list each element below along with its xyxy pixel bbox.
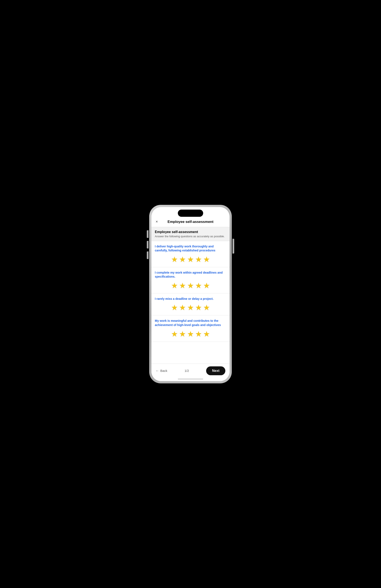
question-text-4: My work is meaningful and contributes to…: [155, 319, 226, 327]
question-text-1: I deliver high-quality work thoroughly a…: [155, 244, 226, 253]
stars-row-2[interactable]: ★ ★ ★ ★ ★: [155, 282, 226, 290]
stars-row-4[interactable]: ★ ★ ★ ★ ★: [155, 330, 226, 338]
star-4-1[interactable]: ★: [171, 330, 178, 338]
questions-scroll[interactable]: I deliver high-quality work thoroughly a…: [151, 241, 230, 364]
question-block-4: My work is meaningful and contributes to…: [151, 315, 230, 342]
section-header: Employee self-assessment Answer the foll…: [151, 227, 230, 241]
star-4-4[interactable]: ★: [195, 330, 202, 338]
star-2-2[interactable]: ★: [179, 282, 186, 290]
star-1-1[interactable]: ★: [171, 256, 178, 263]
star-1-4[interactable]: ★: [195, 256, 202, 263]
stars-row-1[interactable]: ★ ★ ★ ★ ★: [155, 256, 226, 263]
section-title: Employee self-assessment: [155, 230, 226, 234]
dynamic-island: [178, 210, 203, 217]
phone-frame: × Employee self-assessment Employee self…: [149, 205, 232, 383]
star-4-3[interactable]: ★: [187, 330, 194, 338]
star-2-3[interactable]: ★: [187, 282, 194, 290]
star-4-2[interactable]: ★: [179, 330, 186, 338]
star-1-5[interactable]: ★: [203, 256, 210, 263]
app-title: Employee self-assessment: [167, 220, 213, 224]
back-button[interactable]: ← Back: [156, 369, 167, 373]
section-subtitle: Answer the following questions as accura…: [155, 235, 226, 238]
next-button[interactable]: Next: [206, 366, 225, 375]
question-block-3: I rarely miss a deadline or delay a proj…: [151, 294, 230, 316]
star-3-5[interactable]: ★: [203, 304, 210, 312]
question-text-2: I complete my work within agreed deadlin…: [155, 271, 226, 279]
back-arrow-icon: ←: [156, 369, 159, 373]
star-3-2[interactable]: ★: [179, 304, 186, 312]
star-1-2[interactable]: ★: [179, 256, 186, 263]
question-block-2: I complete my work within agreed deadlin…: [151, 267, 230, 294]
phone-screen: × Employee self-assessment Employee self…: [151, 207, 230, 381]
close-button[interactable]: ×: [156, 220, 158, 224]
stars-row-3[interactable]: ★ ★ ★ ★ ★: [155, 304, 226, 312]
page-indicator: 1/2: [185, 369, 189, 373]
star-4-5[interactable]: ★: [203, 330, 210, 338]
star-3-4[interactable]: ★: [195, 304, 202, 312]
star-2-5[interactable]: ★: [203, 282, 210, 290]
star-3-3[interactable]: ★: [187, 304, 194, 312]
question-text-3: I rarely miss a deadline or delay a proj…: [155, 297, 226, 301]
question-block-1: I deliver high-quality work thoroughly a…: [151, 241, 230, 267]
home-indicator: [178, 379, 203, 379]
star-2-1[interactable]: ★: [171, 282, 178, 290]
star-3-1[interactable]: ★: [171, 304, 178, 312]
back-label: Back: [160, 369, 167, 373]
star-2-4[interactable]: ★: [195, 282, 202, 290]
star-1-3[interactable]: ★: [187, 256, 194, 263]
